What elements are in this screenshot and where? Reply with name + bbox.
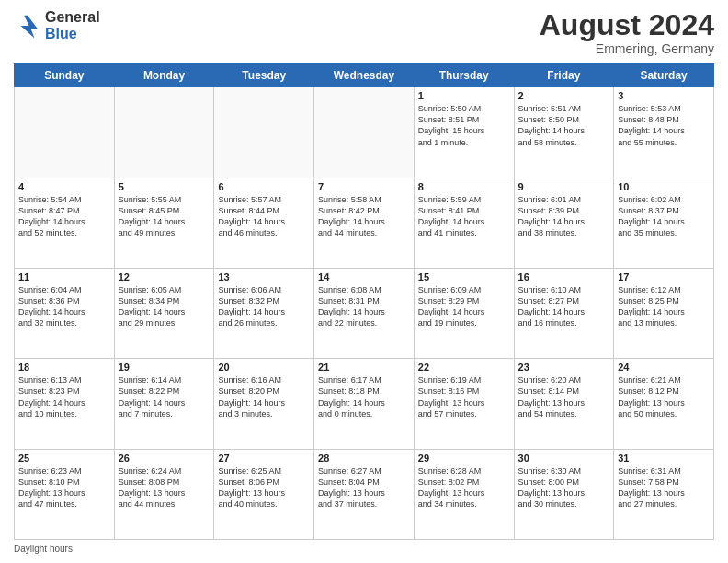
day-number: 10: [618, 181, 710, 192]
day-info: Sunrise: 6:12 AM Sunset: 8:25 PM Dayligh…: [618, 284, 710, 329]
day-info: Sunrise: 6:08 AM Sunset: 8:31 PM Dayligh…: [318, 284, 410, 329]
calendar-cell: 15Sunrise: 6:09 AM Sunset: 8:29 PM Dayli…: [414, 268, 514, 358]
calendar-cell: 24Sunrise: 6:21 AM Sunset: 8:12 PM Dayli…: [614, 359, 714, 449]
day-info: Sunrise: 6:16 AM Sunset: 8:20 PM Dayligh…: [218, 374, 310, 419]
day-number: 19: [119, 362, 210, 373]
calendar-cell: 23Sunrise: 6:20 AM Sunset: 8:14 PM Dayli…: [514, 359, 614, 449]
footer-note: Daylight hours: [14, 544, 714, 554]
day-number: 16: [518, 271, 610, 282]
week-row-0: 1Sunrise: 5:50 AM Sunset: 8:51 PM Daylig…: [15, 87, 714, 178]
calendar-cell: 21Sunrise: 6:17 AM Sunset: 8:18 PM Dayli…: [314, 359, 415, 449]
day-info: Sunrise: 6:19 AM Sunset: 8:16 PM Dayligh…: [418, 374, 510, 419]
calendar-cell: 18Sunrise: 6:13 AM Sunset: 8:23 PM Dayli…: [15, 359, 115, 449]
calendar-cell: 27Sunrise: 6:25 AM Sunset: 8:06 PM Dayli…: [214, 449, 314, 539]
day-number: 12: [119, 271, 210, 282]
logo-general-text: General: [45, 9, 100, 26]
day-number: 21: [318, 362, 410, 373]
week-row-4: 25Sunrise: 6:23 AM Sunset: 8:10 PM Dayli…: [15, 449, 714, 539]
title-block: August 2024 Emmering, Germany: [540, 9, 714, 56]
calendar-cell: [114, 87, 214, 178]
day-info: Sunrise: 6:28 AM Sunset: 8:02 PM Dayligh…: [418, 465, 510, 511]
day-number: 7: [318, 181, 410, 192]
calendar-cell: 6Sunrise: 5:57 AM Sunset: 8:44 PM Daylig…: [214, 178, 314, 268]
calendar-cell: 2Sunrise: 5:51 AM Sunset: 8:50 PM Daylig…: [514, 87, 614, 178]
calendar-cell: 30Sunrise: 6:30 AM Sunset: 8:00 PM Dayli…: [514, 449, 614, 539]
day-info: Sunrise: 6:25 AM Sunset: 8:06 PM Dayligh…: [218, 465, 310, 511]
calendar-cell: 13Sunrise: 6:06 AM Sunset: 8:32 PM Dayli…: [214, 268, 314, 358]
day-header-saturday: Saturday: [614, 64, 714, 87]
day-header-monday: Monday: [114, 64, 214, 87]
page: General Blue August 2024 Emmering, Germa…: [0, 0, 728, 563]
day-number: 20: [218, 362, 310, 373]
day-header-friday: Friday: [514, 64, 614, 87]
day-info: Sunrise: 6:24 AM Sunset: 8:08 PM Dayligh…: [119, 465, 210, 511]
day-number: 11: [18, 271, 110, 282]
logo-icon: [14, 12, 41, 40]
calendar-cell: [314, 87, 415, 178]
day-number: 23: [518, 362, 610, 373]
day-number: 26: [119, 453, 210, 464]
calendar-cell: 17Sunrise: 6:12 AM Sunset: 8:25 PM Dayli…: [614, 268, 714, 358]
calendar-cell: 8Sunrise: 5:59 AM Sunset: 8:41 PM Daylig…: [414, 178, 514, 268]
day-number: 31: [618, 453, 710, 464]
day-info: Sunrise: 5:53 AM Sunset: 8:48 PM Dayligh…: [618, 103, 710, 148]
day-info: Sunrise: 6:31 AM Sunset: 7:58 PM Dayligh…: [618, 465, 710, 511]
calendar-cell: 26Sunrise: 6:24 AM Sunset: 8:08 PM Dayli…: [114, 449, 214, 539]
day-number: 9: [518, 181, 610, 192]
day-info: Sunrise: 6:13 AM Sunset: 8:23 PM Dayligh…: [18, 374, 110, 419]
day-header-thursday: Thursday: [414, 64, 514, 87]
calendar-cell: 3Sunrise: 5:53 AM Sunset: 8:48 PM Daylig…: [614, 87, 714, 178]
calendar-title: August 2024: [540, 9, 714, 41]
calendar-cell: 4Sunrise: 5:54 AM Sunset: 8:47 PM Daylig…: [15, 178, 115, 268]
calendar-cell: 22Sunrise: 6:19 AM Sunset: 8:16 PM Dayli…: [414, 359, 514, 449]
day-number: 3: [618, 90, 710, 101]
day-info: Sunrise: 6:21 AM Sunset: 8:12 PM Dayligh…: [618, 374, 710, 419]
day-number: 18: [18, 362, 110, 373]
header: General Blue August 2024 Emmering, Germa…: [14, 9, 714, 56]
logo-text: General Blue: [45, 9, 100, 41]
day-header-wednesday: Wednesday: [314, 64, 415, 87]
day-number: 6: [218, 181, 310, 192]
day-info: Sunrise: 6:10 AM Sunset: 8:27 PM Dayligh…: [518, 284, 610, 329]
calendar-cell: 20Sunrise: 6:16 AM Sunset: 8:20 PM Dayli…: [214, 359, 314, 449]
day-info: Sunrise: 6:17 AM Sunset: 8:18 PM Dayligh…: [318, 374, 410, 419]
day-info: Sunrise: 5:59 AM Sunset: 8:41 PM Dayligh…: [418, 194, 510, 239]
day-info: Sunrise: 5:58 AM Sunset: 8:42 PM Dayligh…: [318, 194, 410, 239]
day-info: Sunrise: 6:14 AM Sunset: 8:22 PM Dayligh…: [119, 374, 210, 419]
day-info: Sunrise: 6:04 AM Sunset: 8:36 PM Dayligh…: [18, 284, 110, 329]
day-info: Sunrise: 6:27 AM Sunset: 8:04 PM Dayligh…: [318, 465, 410, 511]
calendar-cell: 1Sunrise: 5:50 AM Sunset: 8:51 PM Daylig…: [414, 87, 514, 178]
logo-blue-text: Blue: [45, 26, 100, 42]
calendar-cell: [214, 87, 314, 178]
calendar-cell: 16Sunrise: 6:10 AM Sunset: 8:27 PM Dayli…: [514, 268, 614, 358]
day-info: Sunrise: 6:01 AM Sunset: 8:39 PM Dayligh…: [518, 194, 610, 239]
calendar-cell: [15, 87, 115, 178]
day-number: 30: [518, 453, 610, 464]
day-info: Sunrise: 5:54 AM Sunset: 8:47 PM Dayligh…: [18, 194, 110, 239]
calendar-cell: 12Sunrise: 6:05 AM Sunset: 8:34 PM Dayli…: [114, 268, 214, 358]
day-info: Sunrise: 6:06 AM Sunset: 8:32 PM Dayligh…: [218, 284, 310, 329]
day-info: Sunrise: 5:51 AM Sunset: 8:50 PM Dayligh…: [518, 103, 610, 148]
day-info: Sunrise: 5:55 AM Sunset: 8:45 PM Dayligh…: [119, 194, 210, 239]
day-number: 25: [18, 453, 110, 464]
day-number: 2: [518, 90, 610, 101]
svg-marker-0: [21, 15, 39, 38]
day-info: Sunrise: 6:02 AM Sunset: 8:37 PM Dayligh…: [618, 194, 710, 239]
day-info: Sunrise: 6:05 AM Sunset: 8:34 PM Dayligh…: [119, 284, 210, 329]
day-number: 17: [618, 271, 710, 282]
week-row-2: 11Sunrise: 6:04 AM Sunset: 8:36 PM Dayli…: [15, 268, 714, 358]
calendar-cell: 11Sunrise: 6:04 AM Sunset: 8:36 PM Dayli…: [15, 268, 115, 358]
day-number: 22: [418, 362, 510, 373]
day-number: 29: [418, 453, 510, 464]
calendar-cell: 28Sunrise: 6:27 AM Sunset: 8:04 PM Dayli…: [314, 449, 415, 539]
calendar-cell: 25Sunrise: 6:23 AM Sunset: 8:10 PM Dayli…: [15, 449, 115, 539]
day-info: Sunrise: 6:09 AM Sunset: 8:29 PM Dayligh…: [418, 284, 510, 329]
calendar-cell: 7Sunrise: 5:58 AM Sunset: 8:42 PM Daylig…: [314, 178, 415, 268]
calendar-location: Emmering, Germany: [540, 41, 714, 56]
calendar-cell: 29Sunrise: 6:28 AM Sunset: 8:02 PM Dayli…: [414, 449, 514, 539]
day-number: 4: [18, 181, 110, 192]
day-info: Sunrise: 5:50 AM Sunset: 8:51 PM Dayligh…: [418, 103, 510, 148]
week-row-1: 4Sunrise: 5:54 AM Sunset: 8:47 PM Daylig…: [15, 178, 714, 268]
day-info: Sunrise: 6:30 AM Sunset: 8:00 PM Dayligh…: [518, 465, 610, 511]
day-header-sunday: Sunday: [15, 64, 115, 87]
